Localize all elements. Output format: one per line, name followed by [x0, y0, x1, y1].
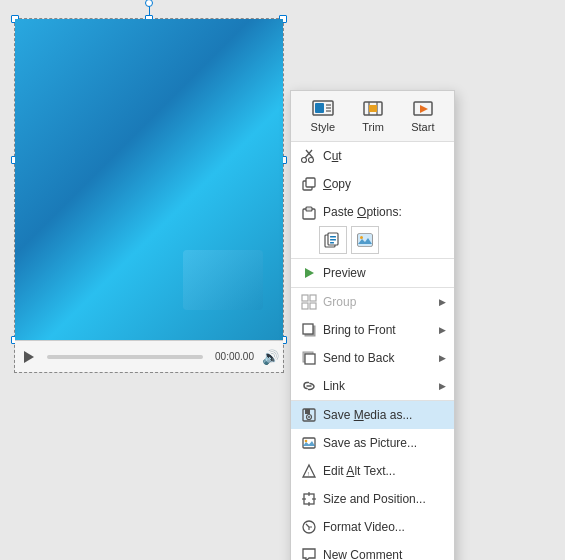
svg-rect-36 [305, 354, 315, 364]
toolbar-start[interactable]: Start [405, 97, 440, 135]
trim-label: Trim [362, 121, 384, 133]
link-label: Link [323, 379, 435, 393]
preview-icon [299, 263, 319, 283]
size-position-icon [299, 489, 319, 509]
play-icon [24, 351, 34, 363]
menu-item-preview[interactable]: Preview [291, 259, 454, 288]
video-display [15, 19, 283, 340]
svg-rect-22 [330, 239, 336, 241]
volume-icon[interactable]: 🔊 [262, 349, 279, 365]
context-toolbar: Style Trim [291, 91, 454, 142]
menu-item-alt-text[interactable]: ! Edit Alt Text... [291, 457, 454, 485]
svg-rect-42 [303, 438, 315, 448]
alt-text-label: Edit Alt Text... [323, 464, 446, 478]
send-back-icon [299, 348, 319, 368]
send-back-arrow: ▶ [439, 353, 446, 363]
time-display: 00:00.00 [215, 351, 254, 362]
svg-point-44 [305, 440, 308, 443]
new-comment-label: New Comment [323, 548, 446, 560]
context-menu: Style Trim [290, 90, 455, 560]
preview-label: Preview [323, 266, 446, 280]
start-label: Start [411, 121, 434, 133]
svg-point-41 [308, 416, 310, 418]
cut-label: Cut [323, 149, 446, 163]
bring-front-icon [299, 320, 319, 340]
svg-rect-31 [302, 303, 308, 309]
menu-item-new-comment[interactable]: New Comment [291, 541, 454, 560]
paste-keep-source[interactable] [319, 226, 347, 254]
paste-options-label: Paste Options: [323, 205, 446, 219]
svg-marker-45 [303, 465, 315, 477]
save-picture-icon [299, 433, 319, 453]
svg-rect-25 [358, 234, 372, 246]
paste-options-row [291, 224, 454, 259]
svg-point-27 [360, 236, 363, 239]
svg-rect-1 [315, 103, 324, 113]
progress-bar[interactable] [47, 355, 203, 359]
svg-rect-16 [306, 178, 315, 187]
cut-icon [299, 146, 319, 166]
bring-front-arrow: ▶ [439, 325, 446, 335]
paste-picture[interactable] [351, 226, 379, 254]
video-controls: 00:00.00 🔊 [15, 340, 283, 372]
menu-item-format-video[interactable]: Format Video... [291, 513, 454, 541]
svg-marker-10 [420, 105, 428, 113]
save-media-icon [299, 405, 319, 425]
copy-icon [299, 174, 319, 194]
svg-point-14 [309, 158, 314, 163]
svg-rect-39 [305, 409, 310, 414]
style-icon [312, 99, 334, 119]
menu-item-bring-front[interactable]: Bring to Front ▶ [291, 316, 454, 344]
svg-marker-43 [303, 441, 315, 446]
svg-rect-23 [330, 242, 334, 244]
play-button[interactable] [19, 347, 39, 367]
menu-item-link[interactable]: Link ▶ [291, 372, 454, 401]
link-arrow: ▶ [439, 381, 446, 391]
svg-text:!: ! [308, 471, 309, 477]
toolbar-style[interactable]: Style [305, 97, 341, 135]
style-label: Style [311, 121, 335, 133]
svg-rect-8 [369, 105, 377, 112]
video-container[interactable]: 00:00.00 🔊 [14, 18, 284, 373]
svg-line-12 [305, 150, 312, 158]
save-media-label: Save Media as... [323, 408, 446, 422]
menu-item-send-back[interactable]: Send to Back ▶ [291, 344, 454, 372]
svg-rect-18 [306, 207, 312, 211]
svg-rect-21 [330, 236, 336, 238]
send-back-label: Send to Back [323, 351, 435, 365]
save-picture-label: Save as Picture... [323, 436, 446, 450]
format-video-label: Format Video... [323, 520, 446, 534]
menu-item-cut[interactable]: Cut [291, 142, 454, 170]
svg-rect-32 [310, 303, 316, 309]
svg-rect-29 [302, 295, 308, 301]
menu-item-save-picture[interactable]: Save as Picture... [291, 429, 454, 457]
new-comment-icon [299, 545, 319, 560]
trim-icon [362, 99, 384, 119]
menu-item-group[interactable]: Group ▶ [291, 288, 454, 316]
svg-rect-34 [303, 324, 313, 334]
menu-item-copy[interactable]: Copy [291, 170, 454, 198]
alt-text-icon: ! [299, 461, 319, 481]
menu-item-paste-header: Paste Options: [291, 198, 454, 224]
slide-area: 00:00.00 🔊 Style [0, 0, 565, 560]
group-icon [299, 292, 319, 312]
handle-rotate[interactable] [145, 0, 153, 7]
size-position-label: Size and Position... [323, 492, 446, 506]
copy-label: Copy [323, 177, 446, 191]
toolbar-trim[interactable]: Trim [356, 97, 390, 135]
svg-point-13 [302, 158, 307, 163]
menu-item-save-media[interactable]: Save Media as... [291, 401, 454, 429]
group-submenu-arrow: ▶ [439, 297, 446, 307]
link-icon [299, 376, 319, 396]
paste-icon [299, 202, 319, 222]
svg-marker-28 [305, 268, 314, 278]
bring-front-label: Bring to Front [323, 323, 435, 337]
svg-line-11 [306, 150, 313, 158]
menu-item-size-position[interactable]: Size and Position... [291, 485, 454, 513]
group-label: Group [323, 295, 435, 309]
svg-rect-30 [310, 295, 316, 301]
format-video-icon [299, 517, 319, 537]
start-icon [412, 99, 434, 119]
